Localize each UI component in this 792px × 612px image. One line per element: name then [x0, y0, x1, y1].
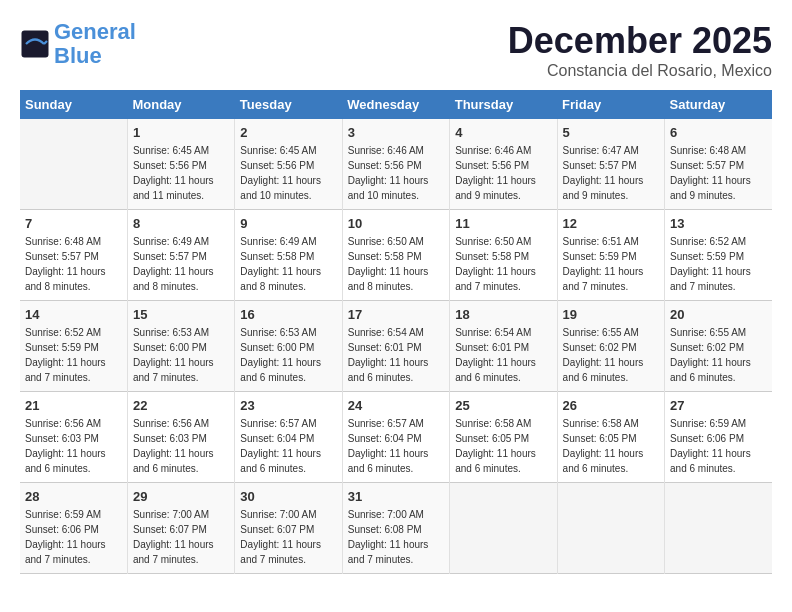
day-cell: 8Sunrise: 6:49 AM Sunset: 5:57 PM Daylig… [127, 210, 234, 301]
day-info: Sunrise: 6:46 AM Sunset: 5:56 PM Dayligh… [455, 143, 551, 203]
day-cell: 29Sunrise: 7:00 AM Sunset: 6:07 PM Dayli… [127, 483, 234, 574]
day-info: Sunrise: 6:54 AM Sunset: 6:01 PM Dayligh… [455, 325, 551, 385]
day-number: 22 [133, 398, 229, 413]
week-row-3: 14Sunrise: 6:52 AM Sunset: 5:59 PM Dayli… [20, 301, 772, 392]
day-info: Sunrise: 6:50 AM Sunset: 5:58 PM Dayligh… [455, 234, 551, 294]
col-header-tuesday: Tuesday [235, 90, 342, 119]
day-info: Sunrise: 6:48 AM Sunset: 5:57 PM Dayligh… [670, 143, 767, 203]
day-number: 26 [563, 398, 659, 413]
day-number: 31 [348, 489, 444, 504]
day-number: 17 [348, 307, 444, 322]
day-cell: 19Sunrise: 6:55 AM Sunset: 6:02 PM Dayli… [557, 301, 664, 392]
day-cell: 14Sunrise: 6:52 AM Sunset: 5:59 PM Dayli… [20, 301, 127, 392]
col-header-saturday: Saturday [665, 90, 772, 119]
day-number: 20 [670, 307, 767, 322]
day-cell: 7Sunrise: 6:48 AM Sunset: 5:57 PM Daylig… [20, 210, 127, 301]
week-row-5: 28Sunrise: 6:59 AM Sunset: 6:06 PM Dayli… [20, 483, 772, 574]
day-cell: 3Sunrise: 6:46 AM Sunset: 5:56 PM Daylig… [342, 119, 449, 210]
day-number: 4 [455, 125, 551, 140]
day-info: Sunrise: 6:55 AM Sunset: 6:02 PM Dayligh… [563, 325, 659, 385]
day-cell [20, 119, 127, 210]
day-info: Sunrise: 6:52 AM Sunset: 5:59 PM Dayligh… [670, 234, 767, 294]
day-cell: 9Sunrise: 6:49 AM Sunset: 5:58 PM Daylig… [235, 210, 342, 301]
header: GeneralBlue December 2025 Constancia del… [20, 20, 772, 80]
day-info: Sunrise: 6:55 AM Sunset: 6:02 PM Dayligh… [670, 325, 767, 385]
day-info: Sunrise: 6:53 AM Sunset: 6:00 PM Dayligh… [133, 325, 229, 385]
day-cell: 13Sunrise: 6:52 AM Sunset: 5:59 PM Dayli… [665, 210, 772, 301]
day-cell: 16Sunrise: 6:53 AM Sunset: 6:00 PM Dayli… [235, 301, 342, 392]
day-cell [665, 483, 772, 574]
day-cell: 11Sunrise: 6:50 AM Sunset: 5:58 PM Dayli… [450, 210, 557, 301]
day-number: 15 [133, 307, 229, 322]
day-cell [450, 483, 557, 574]
day-info: Sunrise: 6:57 AM Sunset: 6:04 PM Dayligh… [240, 416, 336, 476]
logo-icon [20, 29, 50, 59]
col-header-sunday: Sunday [20, 90, 127, 119]
day-number: 8 [133, 216, 229, 231]
day-info: Sunrise: 6:54 AM Sunset: 6:01 PM Dayligh… [348, 325, 444, 385]
day-number: 2 [240, 125, 336, 140]
day-number: 29 [133, 489, 229, 504]
day-cell: 26Sunrise: 6:58 AM Sunset: 6:05 PM Dayli… [557, 392, 664, 483]
week-row-4: 21Sunrise: 6:56 AM Sunset: 6:03 PM Dayli… [20, 392, 772, 483]
day-number: 9 [240, 216, 336, 231]
day-info: Sunrise: 6:47 AM Sunset: 5:57 PM Dayligh… [563, 143, 659, 203]
week-row-2: 7Sunrise: 6:48 AM Sunset: 5:57 PM Daylig… [20, 210, 772, 301]
day-cell: 23Sunrise: 6:57 AM Sunset: 6:04 PM Dayli… [235, 392, 342, 483]
day-number: 19 [563, 307, 659, 322]
day-number: 11 [455, 216, 551, 231]
day-info: Sunrise: 6:57 AM Sunset: 6:04 PM Dayligh… [348, 416, 444, 476]
day-number: 5 [563, 125, 659, 140]
logo-text: GeneralBlue [54, 20, 136, 68]
day-number: 16 [240, 307, 336, 322]
day-info: Sunrise: 7:00 AM Sunset: 6:07 PM Dayligh… [133, 507, 229, 567]
day-info: Sunrise: 6:50 AM Sunset: 5:58 PM Dayligh… [348, 234, 444, 294]
month-title: December 2025 [508, 20, 772, 62]
calendar-table: SundayMondayTuesdayWednesdayThursdayFrid… [20, 90, 772, 574]
day-cell [557, 483, 664, 574]
day-info: Sunrise: 6:48 AM Sunset: 5:57 PM Dayligh… [25, 234, 122, 294]
day-info: Sunrise: 6:45 AM Sunset: 5:56 PM Dayligh… [133, 143, 229, 203]
header-row: SundayMondayTuesdayWednesdayThursdayFrid… [20, 90, 772, 119]
day-number: 1 [133, 125, 229, 140]
day-number: 18 [455, 307, 551, 322]
day-info: Sunrise: 6:52 AM Sunset: 5:59 PM Dayligh… [25, 325, 122, 385]
day-number: 25 [455, 398, 551, 413]
day-cell: 25Sunrise: 6:58 AM Sunset: 6:05 PM Dayli… [450, 392, 557, 483]
day-info: Sunrise: 6:53 AM Sunset: 6:00 PM Dayligh… [240, 325, 336, 385]
day-cell: 4Sunrise: 6:46 AM Sunset: 5:56 PM Daylig… [450, 119, 557, 210]
day-cell: 1Sunrise: 6:45 AM Sunset: 5:56 PM Daylig… [127, 119, 234, 210]
col-header-friday: Friday [557, 90, 664, 119]
day-info: Sunrise: 6:58 AM Sunset: 6:05 PM Dayligh… [455, 416, 551, 476]
day-number: 12 [563, 216, 659, 231]
day-info: Sunrise: 6:59 AM Sunset: 6:06 PM Dayligh… [670, 416, 767, 476]
day-number: 6 [670, 125, 767, 140]
col-header-wednesday: Wednesday [342, 90, 449, 119]
day-number: 13 [670, 216, 767, 231]
day-cell: 28Sunrise: 6:59 AM Sunset: 6:06 PM Dayli… [20, 483, 127, 574]
location-title: Constancia del Rosario, Mexico [508, 62, 772, 80]
day-number: 14 [25, 307, 122, 322]
day-info: Sunrise: 7:00 AM Sunset: 6:08 PM Dayligh… [348, 507, 444, 567]
day-info: Sunrise: 6:51 AM Sunset: 5:59 PM Dayligh… [563, 234, 659, 294]
day-info: Sunrise: 6:46 AM Sunset: 5:56 PM Dayligh… [348, 143, 444, 203]
day-info: Sunrise: 6:58 AM Sunset: 6:05 PM Dayligh… [563, 416, 659, 476]
day-info: Sunrise: 6:56 AM Sunset: 6:03 PM Dayligh… [25, 416, 122, 476]
day-number: 21 [25, 398, 122, 413]
day-number: 10 [348, 216, 444, 231]
day-cell: 17Sunrise: 6:54 AM Sunset: 6:01 PM Dayli… [342, 301, 449, 392]
day-number: 23 [240, 398, 336, 413]
day-info: Sunrise: 6:49 AM Sunset: 5:58 PM Dayligh… [240, 234, 336, 294]
day-number: 24 [348, 398, 444, 413]
day-number: 30 [240, 489, 336, 504]
day-cell: 6Sunrise: 6:48 AM Sunset: 5:57 PM Daylig… [665, 119, 772, 210]
day-cell: 24Sunrise: 6:57 AM Sunset: 6:04 PM Dayli… [342, 392, 449, 483]
day-cell: 5Sunrise: 6:47 AM Sunset: 5:57 PM Daylig… [557, 119, 664, 210]
day-cell: 15Sunrise: 6:53 AM Sunset: 6:00 PM Dayli… [127, 301, 234, 392]
day-cell: 18Sunrise: 6:54 AM Sunset: 6:01 PM Dayli… [450, 301, 557, 392]
col-header-thursday: Thursday [450, 90, 557, 119]
day-number: 28 [25, 489, 122, 504]
day-info: Sunrise: 6:59 AM Sunset: 6:06 PM Dayligh… [25, 507, 122, 567]
day-cell: 2Sunrise: 6:45 AM Sunset: 5:56 PM Daylig… [235, 119, 342, 210]
day-number: 7 [25, 216, 122, 231]
